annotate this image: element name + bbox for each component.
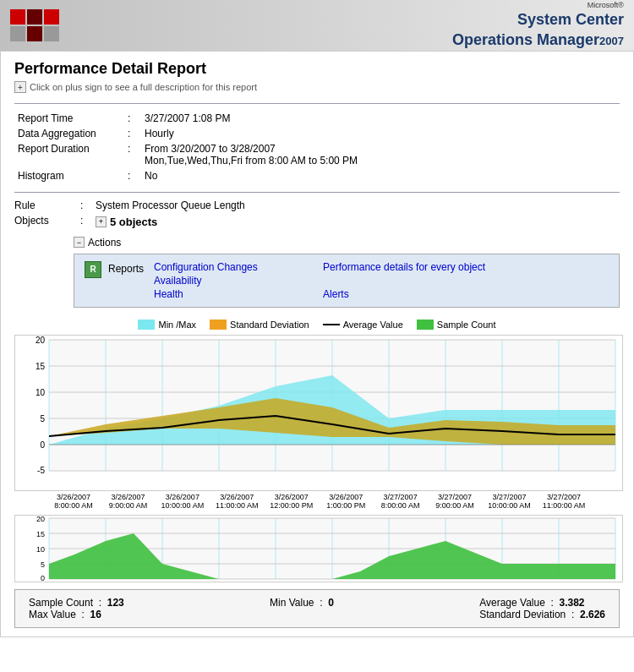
histogram-value: No <box>141 168 620 183</box>
action-link-health[interactable]: Health <box>154 288 323 300</box>
header: Microsoft® System CenterOperations Manag… <box>0 0 634 51</box>
main-chart-area: 20 15 10 5 0 -5 3/26/20078:00:00 AM 3/26… <box>14 335 620 510</box>
ylabel-0: 0 <box>40 440 45 450</box>
xlabel-9: 3/27/200711:00:00 AM <box>538 493 589 510</box>
legend-stddev-label: Standard Deviation <box>230 320 309 330</box>
stats-bar: Sample Count : 123 Max Value : 16 Min Va… <box>14 589 620 628</box>
action-link-config[interactable]: Configuration Changes <box>154 261 323 273</box>
xlabel-2: 3/26/200710:00:00 AM <box>157 493 208 510</box>
data-agg-label: Data Aggregation <box>14 126 124 141</box>
info-report-time: Report Time : 3/27/2007 1:08 PM <box>14 111 620 126</box>
objects-count: 5 objects <box>110 216 157 228</box>
stats-right: Average Value : 3.382 Standard Deviation… <box>479 597 605 620</box>
logo-sq-6 <box>44 26 59 41</box>
sample-count-label: Sample Count <box>29 597 93 609</box>
legend: Min /Max Standard Deviation Average Valu… <box>14 320 620 330</box>
action-link-perf[interactable]: Performance details for every object <box>323 261 485 273</box>
rule-row: Rule : System Processor Queue Length <box>14 199 620 211</box>
logo-sq-1 <box>10 9 25 25</box>
std-dev-value: 2.626 <box>580 609 605 620</box>
mylabel-20: 20 <box>36 515 45 523</box>
avg-value-value: 3.382 <box>560 597 585 609</box>
legend-avg-line <box>323 324 340 325</box>
stat-std-dev: Standard Deviation : 2.626 <box>479 609 605 620</box>
xlabel-6: 3/27/20078:00:00 AM <box>375 493 426 510</box>
xlabel-7: 3/27/20079:00:00 AM <box>429 493 480 510</box>
min-value-label: Min Value <box>270 597 314 609</box>
stats-left: Sample Count : 123 Max Value : 16 <box>29 597 124 620</box>
std-dev-label: Standard Deviation <box>479 609 566 620</box>
rule-section: Rule : System Processor Queue Length Obj… <box>14 199 620 228</box>
xlabel-1: 3/26/20079:00:00 AM <box>102 493 153 510</box>
legend-sample-label: Sample Count <box>437 320 496 330</box>
mylabel-15: 15 <box>36 530 45 538</box>
objects-expand-btn[interactable]: + <box>96 216 107 227</box>
info-report-dur: Report Duration : From 3/20/2007 to 3/28… <box>14 141 620 168</box>
ylabel-15: 15 <box>36 362 46 371</box>
ms-label: Microsoft® <box>452 1 624 11</box>
mini-chart-area: 20 15 10 5 0 <box>14 515 620 582</box>
ylabel-5: 5 <box>40 414 45 423</box>
xlabel-8: 3/27/200710:00:00 AM <box>484 493 535 510</box>
colon-1: : <box>124 111 141 126</box>
report-time-label: Report Time <box>14 111 124 126</box>
mylabel-0: 0 <box>41 574 45 582</box>
divider-1 <box>14 103 620 104</box>
xlabel-4: 3/26/200712:00:00 PM <box>266 493 317 510</box>
logo-sq-4 <box>10 26 25 41</box>
info-table: Report Time : 3/27/2007 1:08 PM Data Agg… <box>14 111 620 183</box>
expand-button[interactable]: + <box>14 81 26 93</box>
actions-links: Configuration Changes Performance detail… <box>154 261 485 300</box>
report-title: Performance Detail Report <box>14 60 620 78</box>
report-dur-label: Report Duration <box>14 141 124 168</box>
legend-minmax-label: Min /Max <box>158 320 196 330</box>
info-histogram: Histogram : No <box>14 168 620 183</box>
report-dur-value: From 3/20/2007 to 3/28/2007 Mon,Tue,Wed,… <box>141 141 620 168</box>
legend-avg: Average Value <box>323 320 403 330</box>
legend-minmax-box <box>138 320 155 330</box>
logo-sq-3 <box>44 9 59 25</box>
info-data-agg: Data Aggregation : Hourly <box>14 126 620 141</box>
divider-2 <box>14 192 620 193</box>
stat-avg-value: Average Value : 3.382 <box>479 597 605 609</box>
sample-count-value: 123 <box>107 597 124 609</box>
actions-label: Actions <box>88 237 121 249</box>
objects-label: Objects <box>14 215 74 227</box>
mylabel-5: 5 <box>41 560 45 569</box>
actions-box: R Reports Configuration Changes Performa… <box>74 254 620 308</box>
expand-hint: Click on plus sign to see a full descrip… <box>30 82 257 92</box>
legend-minmax: Min /Max <box>138 320 196 330</box>
x-axis-labels: 3/26/20078:00:00 AM 3/26/20079:00:00 AM … <box>14 491 623 510</box>
actions-section: − Actions R Reports Configuration Change… <box>74 237 620 308</box>
action-link-avail[interactable]: Availability <box>154 275 323 287</box>
histogram-label: Histogram <box>14 168 124 183</box>
min-value-value: 0 <box>328 597 334 609</box>
rule-label: Rule <box>14 199 74 211</box>
product-name: System CenterOperations Manager2007 <box>452 10 624 50</box>
report-time-value: 3/27/2007 1:08 PM <box>141 111 620 126</box>
logo-sq-5 <box>27 26 42 41</box>
objects-value: + 5 objects <box>96 216 157 228</box>
reports-label: Reports <box>108 261 144 300</box>
xlabel-5: 3/26/20071:00:00 PM <box>320 493 371 510</box>
objects-row: Objects : + 5 objects <box>14 215 620 228</box>
page-body: Performance Detail Report + Click on plu… <box>0 51 634 637</box>
data-agg-value: Hourly <box>141 126 620 141</box>
ylabel-20: 20 <box>36 336 46 345</box>
reports-icon: R <box>85 261 101 278</box>
avg-value-label: Average Value <box>479 597 545 609</box>
mylabel-10: 10 <box>36 545 45 554</box>
expand-row: + Click on plus sign to see a full descr… <box>14 81 620 93</box>
stat-max-value: Max Value : 16 <box>29 609 124 620</box>
actions-header: − Actions <box>74 237 620 249</box>
legend-stddev-box <box>210 320 227 330</box>
max-value-value: 16 <box>90 609 101 620</box>
main-chart-svg: 20 15 10 5 0 -5 <box>14 335 623 491</box>
stats-middle: Min Value : 0 <box>270 597 334 620</box>
xlabel-0: 3/26/20078:00:00 AM <box>48 493 99 510</box>
ylabel-10: 10 <box>36 388 46 397</box>
action-link-alerts[interactable]: Alerts <box>323 288 485 300</box>
actions-collapse-btn[interactable]: − <box>74 237 85 248</box>
stat-sample-count: Sample Count : 123 <box>29 597 124 609</box>
legend-sample-box <box>417 320 434 330</box>
